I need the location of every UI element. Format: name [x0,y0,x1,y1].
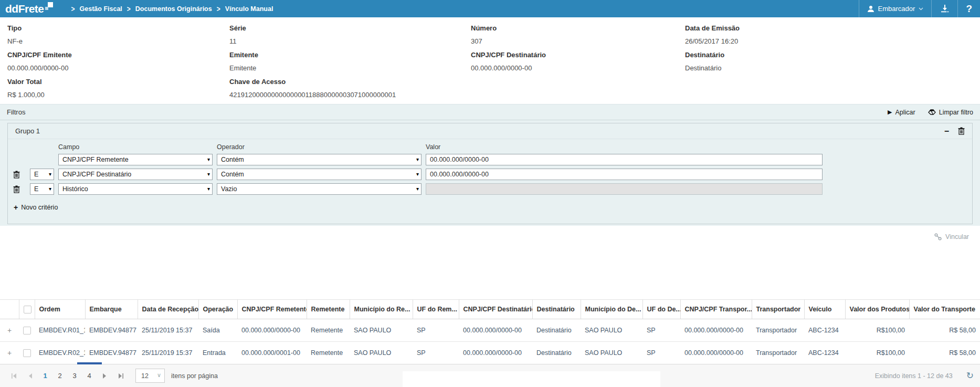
field-value: 307 [471,37,685,45]
cell-municipio-rem: SAO PAULO [350,319,413,342]
row-checkbox[interactable] [23,349,31,357]
cell-cnpj-remetente: 00.000.000/0000-00 [237,319,307,342]
filter-criterion-row: E ▾ CNPJ/CPF Destinatário ▾ Contém ▾ [13,169,967,180]
cell-uf-de: SP [642,342,680,364]
breadcrumb: > Gestão Fiscal > Documentos Originários… [67,5,273,13]
clear-filter-button[interactable]: Limpar filtro [928,109,973,116]
field-value: NF-e [7,37,229,45]
breadcrumb-item-gestao-fiscal[interactable]: Gestão Fiscal [80,5,122,13]
column-header-valor-transporte: Valor do Transporte [909,300,980,319]
app-logo-text: ddFrete [5,2,44,16]
breadcrumb-item-documentos-originarios[interactable]: Documentos Originários [135,5,212,13]
field-select[interactable]: CNPJ/CPF Remetente ▾ [58,154,213,165]
select-all-checkbox[interactable] [24,306,31,313]
user-menu[interactable]: Embarcador [859,0,932,17]
pager-page-1[interactable]: 1 [38,368,52,384]
field-numero: Número 307 [471,24,685,51]
delete-group-icon[interactable] [958,127,965,135]
field-label: Emitente [229,51,471,59]
cell-destinatario: Destinatário [532,342,581,364]
value-input[interactable] [426,154,823,165]
column-header-operador: Operador [217,143,421,151]
select-caret-icon: ▾ [416,186,419,192]
breadcrumb-item-vinculo-manual[interactable]: Vínculo Manual [225,5,273,13]
expand-column-header [0,300,19,319]
field-value: Emitente [229,64,471,72]
plus-icon: + [14,204,18,211]
pager-first-button[interactable] [6,368,22,384]
column-header-remetente: Remetente [307,300,350,319]
filter-criterion-row: E ▾ Histórico ▾ Vazio ▾ [13,183,967,195]
help-button[interactable]: ? [957,0,980,17]
logic-operator-select[interactable]: E ▾ [30,169,54,180]
operator-select-value: Contém [221,171,244,178]
operator-select[interactable]: Contém ▾ [217,154,421,165]
field-valor-total: Valor Total R$ 1.000,00 [7,78,229,104]
column-header-cnpj-transportador: CNPJ/CPF Transpor... [680,300,752,319]
documents-grid: Ordem Embarque Data de Recepção Operação… [0,299,980,364]
vincular-button[interactable]: Vincular [934,233,969,240]
new-criterion-label: Novo critério [21,204,58,211]
expand-row-icon[interactable]: + [0,319,19,342]
operator-select[interactable]: Vazio ▾ [217,183,421,195]
pager-page-4[interactable]: 4 [82,368,97,384]
column-header-operacao: Operação [198,300,237,319]
delete-criterion-icon[interactable] [13,171,26,179]
apply-filter-button[interactable]: ▶ Aplicar [888,109,915,116]
row-checkbox[interactable] [23,327,31,334]
download-button[interactable] [931,0,957,17]
cell-cnpj-remetente: 00.000.000/0001-00 [237,342,307,364]
filter-group-panel: Grupo 1 − Campo Operador Valor CNPJ/CPF … [7,123,973,224]
cell-uf-rem: SP [413,342,459,364]
cell-valor-produtos: R$100,00 [845,319,909,342]
field-cnpj-emitente: CNPJ/CPF Emitente 00.000.000/0000-00 [7,51,229,78]
collapse-group-icon[interactable]: − [944,127,949,135]
cell-transportador: Transportador [752,319,804,342]
field-select[interactable]: Histórico ▾ [58,183,213,195]
horizontal-scrollbar-thumb[interactable] [77,362,102,364]
field-select[interactable]: CNPJ/CPF Destinatário ▾ [58,169,213,180]
download-icon [940,4,950,13]
new-criterion-button[interactable]: + Novo critério [14,204,967,211]
select-caret-icon: ▾ [49,171,51,177]
page-size-select[interactable]: 12 ∨ [135,369,165,383]
field-value: 00.000.000/0000-00 [7,64,229,72]
document-info-panel: Tipo NF-e Série 11 Número 307 Data de Em… [0,17,980,104]
expand-row-icon[interactable]: + [0,342,19,364]
play-icon: ▶ [888,109,892,115]
column-header-cnpj-remetente: CNPJ/CPF Remetente [237,300,307,319]
pager-last-button[interactable] [112,368,128,384]
breadcrumb-separator-icon: > [71,4,75,13]
filters-section: Filtros ▶ Aplicar Limpar filtro Grupo 1 … [0,104,980,226]
pager-previous-button[interactable] [22,368,38,384]
clear-filter-label: Limpar filtro [939,109,973,116]
field-label: Valor Total [7,78,229,86]
pager-page-2[interactable]: 2 [52,368,67,384]
refresh-icon[interactable]: ↻ [966,371,974,380]
field-label: Destinatário [685,51,973,59]
field-label: Número [471,24,685,32]
value-input-disabled [426,183,823,195]
value-input[interactable] [426,169,823,180]
cell-operacao: Entrada [198,342,237,364]
cell-embarque: EMBDEV.94877 [85,319,138,342]
operator-select-value: Vazio [221,185,237,193]
pager-page-3[interactable]: 3 [67,368,82,384]
cell-cnpj-destinatario: 00.000.000/0000-00 [459,319,532,342]
logic-operator-select[interactable]: E ▾ [30,183,54,195]
cell-remetente: Remetente [307,319,350,342]
operator-select[interactable]: Contém ▾ [217,169,421,180]
cell-valor-transporte: R$ 58,00 [909,319,980,342]
page-size-value: 12 [141,372,149,380]
cell-cnpj-destinatario: 00.000.000/0000-00 [459,342,532,364]
cell-uf-de: SP [642,319,680,342]
select-caret-icon: ▾ [416,171,419,177]
delete-criterion-icon[interactable] [13,185,26,193]
app-logo[interactable]: ddFrete [5,2,53,16]
table-row[interactable]: + EMBDEV.R01_13 EMBDEV.94877 25/11/2019 … [0,319,980,342]
logic-select-value: E [34,185,38,193]
pager-next-button[interactable] [97,368,112,384]
field-label: CNPJ/CPF Emitente [7,51,229,59]
grid-header-row: Ordem Embarque Data de Recepção Operação… [0,300,980,319]
table-row[interactable]: + EMBDEV.R02_13 EMBDEV.94877 25/11/2019 … [0,342,980,364]
